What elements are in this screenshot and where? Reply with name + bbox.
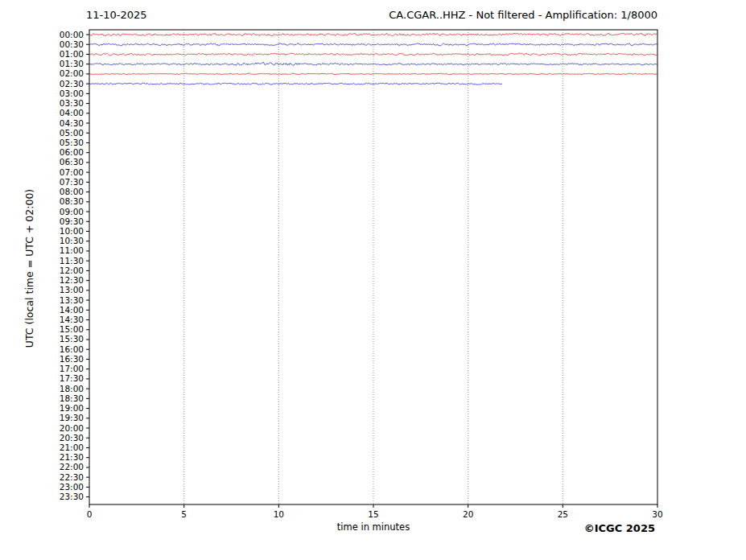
y-tick-label: 01:00: [60, 49, 84, 59]
gridlines: [184, 30, 563, 504]
y-tick-label: 23:30: [60, 492, 84, 501]
y-tick-label: 12:00: [60, 266, 84, 275]
y-axis-ticks: 00:0000:3001:0001:3002:0002:3003:0003:30…: [60, 30, 89, 502]
x-tick-label: 0: [87, 509, 93, 519]
y-tick-label: 08:30: [60, 196, 84, 206]
y-tick-label: 13:00: [60, 285, 84, 294]
y-tick-label: 11:00: [60, 245, 84, 255]
x-axis-label: time in minutes: [89, 521, 657, 533]
y-tick-label: 10:30: [60, 236, 84, 245]
y-tick-label: 17:30: [60, 373, 84, 383]
seismogram-trace-0130: [89, 62, 657, 65]
y-tick-label: 01:30: [60, 59, 84, 68]
y-tick-label: 02:00: [60, 68, 84, 78]
y-tick-label: 02:30: [60, 79, 84, 89]
seismogram-trace-0230: [89, 83, 502, 84]
y-tick-label: 15:30: [60, 334, 84, 344]
y-tick-label: 06:00: [60, 147, 84, 157]
x-tick-label: 15: [368, 509, 378, 519]
y-tick-label: 12:30: [60, 275, 84, 285]
y-tick-label: 17:00: [60, 364, 84, 373]
y-tick-label: 22:30: [60, 472, 84, 482]
x-tick-label: 20: [463, 509, 473, 519]
y-tick-label: 16:00: [60, 344, 84, 354]
y-tick-label: 07:00: [60, 167, 84, 177]
y-tick-label: 14:00: [60, 305, 84, 315]
y-tick-label: 18:30: [60, 393, 84, 403]
y-tick-label: 03:30: [60, 98, 84, 108]
y-tick-label: 04:30: [60, 118, 84, 128]
y-tick-label: 04:00: [60, 108, 84, 117]
y-tick-label: 18:00: [60, 384, 84, 393]
x-tick-label: 30: [652, 509, 662, 519]
helicorder-page: 11-10-2025 CA.CGAR..HHZ - Not filtered -…: [0, 0, 746, 560]
y-tick-label: 06:30: [60, 157, 84, 167]
credit-text: ©ICGC 2025: [584, 522, 655, 534]
y-tick-label: 14:30: [60, 315, 84, 324]
y-tick-label: 20:00: [60, 423, 84, 433]
y-tick-label: 08:00: [60, 187, 84, 196]
x-tick-label: 5: [181, 509, 187, 519]
y-tick-label: 03:00: [60, 89, 84, 98]
y-tick-label: 19:00: [60, 403, 84, 413]
y-tick-label: 05:30: [60, 138, 84, 147]
y-tick-label: 23:00: [60, 482, 84, 492]
x-tick-label: 10: [274, 509, 284, 519]
y-tick-label: 21:00: [60, 443, 84, 452]
y-tick-label: 21:30: [60, 452, 84, 462]
y-tick-label: 15:00: [60, 324, 84, 334]
y-tick-label: 00:30: [60, 39, 84, 49]
y-tick-label: 09:00: [60, 207, 84, 216]
y-tick-label: 10:00: [60, 226, 84, 236]
y-tick-label: 13:30: [60, 295, 84, 305]
y-tick-label: 20:30: [60, 433, 84, 443]
x-tick-label: 25: [558, 509, 568, 519]
helicorder-plot: 00:0000:3001:0001:3002:0002:3003:0003:30…: [0, 0, 746, 560]
y-tick-label: 22:00: [60, 462, 84, 471]
y-tick-label: 07:30: [60, 177, 84, 187]
y-tick-label: 16:30: [60, 354, 84, 364]
seismogram-trace-0000: [89, 33, 657, 35]
y-tick-label: 11:30: [60, 256, 84, 266]
y-tick-label: 00:00: [60, 30, 84, 39]
y-tick-label: 09:30: [60, 216, 84, 226]
x-axis-ticks: 051015202530: [87, 504, 663, 519]
y-tick-label: 19:30: [60, 413, 84, 422]
y-tick-label: 05:00: [60, 128, 84, 138]
